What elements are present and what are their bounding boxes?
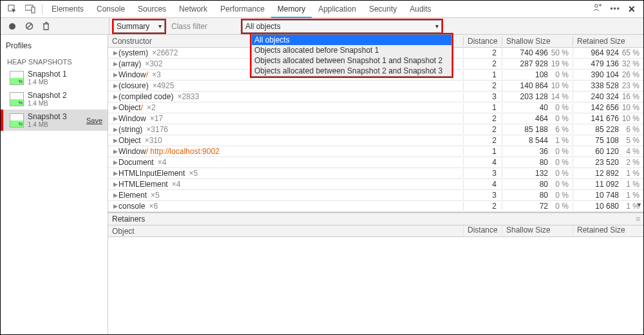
cell-shallow: 8 544: [502, 136, 551, 145]
cell-retained-pct: 32 %: [621, 59, 643, 68]
snapshot-icon: %: [10, 71, 24, 85]
allocation-filter-select[interactable]: All objects: [242, 20, 442, 33]
inspect-icon[interactable]: [6, 3, 19, 15]
table-row[interactable]: ▶(compiled code)×28333203 12814 %240 324…: [108, 91, 643, 102]
cell-retained: 390 104: [573, 70, 621, 79]
constructor-name: Window: [118, 114, 146, 123]
expand-icon[interactable]: ▶: [112, 203, 118, 209]
expand-icon[interactable]: ▶: [112, 50, 118, 56]
expand-icon[interactable]: ▶: [112, 72, 118, 78]
expand-icon[interactable]: ▶: [112, 181, 118, 187]
col-distance[interactable]: Distance: [463, 37, 502, 46]
tab-network[interactable]: Network: [173, 1, 214, 18]
constructor-suffix: / http://localhost:9002: [146, 147, 220, 156]
constructor-count: ×302: [145, 59, 162, 68]
cell-retained: 142 656: [573, 103, 621, 112]
filter-option[interactable]: Objects allocated between Snapshot 1 and…: [252, 55, 451, 66]
cell-distance: 2: [463, 114, 502, 123]
constructor-count: ×2833: [177, 92, 199, 101]
expand-icon[interactable]: ▶: [112, 93, 118, 100]
filter-option[interactable]: Objects allocated between Snapshot 2 and…: [252, 66, 451, 76]
cell-shallow: 108: [502, 70, 551, 79]
cell-retained: 10 748: [573, 191, 621, 200]
retainers-col-retained[interactable]: Retained Size: [573, 225, 643, 236]
col-shallow[interactable]: Shallow Size: [502, 37, 573, 46]
expand-icon[interactable]: ▶: [112, 115, 118, 122]
table-row[interactable]: ▶HTMLElement×44800 %11 0921 %: [108, 179, 643, 190]
cell-distance: 2: [463, 125, 502, 134]
more-icon[interactable]: •••: [610, 5, 620, 14]
save-link[interactable]: Save: [86, 117, 102, 124]
constructor-count: ×310: [145, 136, 162, 145]
tab-elements[interactable]: Elements: [45, 1, 90, 18]
retainers-col-distance[interactable]: Distance: [463, 225, 502, 236]
drag-handle-icon[interactable]: ≡: [636, 215, 639, 224]
retainers-col-object[interactable]: Object: [108, 225, 463, 236]
constructor-count: ×26672: [152, 48, 178, 57]
tab-audits[interactable]: Audits: [403, 1, 437, 18]
cell-distance: 2: [463, 202, 502, 211]
filter-option[interactable]: All objects: [252, 35, 451, 45]
expand-icon[interactable]: ▶: [112, 170, 118, 177]
snapshot-title: Snapshot 3: [28, 112, 67, 121]
expand-icon[interactable]: ▶: [112, 82, 118, 89]
retainers-col-shallow[interactable]: Shallow Size: [502, 225, 573, 236]
constructor-name: (closure): [118, 81, 149, 90]
close-icon[interactable]: ✕: [628, 4, 636, 14]
col-retained[interactable]: Retained Size: [573, 37, 643, 46]
filter-option[interactable]: Objects allocated before Snapshot 1: [252, 45, 451, 55]
tab-sources[interactable]: Sources: [131, 1, 173, 18]
table-row[interactable]: ▶HTMLInputElement×531320 %12 8921 %: [108, 168, 643, 179]
snapshot-item[interactable]: %Snapshot 21.4 MB: [1, 88, 108, 110]
table-row[interactable]: ▶Window / http://localhost:90021360 %60 …: [108, 146, 643, 157]
table-row[interactable]: ▶Element×53800 %10 7481 %: [108, 190, 643, 201]
cell-shallow-pct: 0 %: [551, 70, 573, 79]
expand-icon[interactable]: ▶: [112, 159, 118, 166]
snapshot-item[interactable]: %Snapshot 11.4 MB: [1, 67, 108, 88]
retainers-header[interactable]: Retainers ≡: [108, 213, 643, 225]
cell-retained: 23 520: [573, 158, 621, 167]
cell-retained: 141 676: [573, 114, 621, 123]
table-row[interactable]: ▶(string)×3176285 1886 %85 2286 %: [108, 124, 643, 135]
tab-performance[interactable]: Performance: [214, 1, 271, 18]
scroll-down-icon[interactable]: ▼: [636, 202, 642, 208]
table-row[interactable]: ▶(closure)×49252140 86410 %338 52823 %: [108, 81, 643, 91]
delete-icon[interactable]: [39, 20, 52, 33]
settings-user-icon[interactable]: [592, 3, 602, 15]
constructor-count: ×6: [149, 202, 158, 211]
expand-icon[interactable]: ▶: [112, 148, 118, 155]
view-select[interactable]: Summary: [113, 20, 165, 33]
table-row[interactable]: ▶console×62720 %10 6801 %▼: [108, 201, 643, 212]
snapshot-item[interactable]: %Snapshot 31.4 MBSave: [1, 110, 108, 131]
cell-shallow-pct: 0 %: [551, 147, 573, 156]
tab-security[interactable]: Security: [363, 1, 403, 18]
table-row[interactable]: ▶Object / ×21400 %142 65610 %: [108, 102, 643, 113]
expand-icon[interactable]: ▶: [112, 104, 118, 111]
table-row[interactable]: ▶Document×44800 %23 5202 %: [108, 157, 643, 168]
table-row[interactable]: ▶Object×31028 5441 %75 1085 %: [108, 135, 643, 146]
expand-icon[interactable]: ▶: [112, 61, 118, 67]
cell-shallow: 40: [502, 103, 551, 112]
tab-memory[interactable]: Memory: [271, 1, 312, 18]
table-row[interactable]: ▶Window×1724640 %141 67610 %: [108, 113, 643, 124]
tab-application[interactable]: Application: [312, 1, 363, 18]
expand-icon[interactable]: ▶: [112, 137, 118, 144]
cell-distance: 1: [463, 70, 502, 79]
record-icon[interactable]: [6, 20, 19, 33]
cell-shallow-pct: 0 %: [551, 180, 573, 189]
class-filter-input[interactable]: Class filter: [171, 22, 207, 31]
constructor-count: ×3176: [146, 125, 168, 134]
clear-icon[interactable]: [23, 20, 35, 33]
tab-console[interactable]: Console: [90, 1, 131, 18]
retainers-columns: Object Distance Shallow Size Retained Si…: [108, 225, 643, 237]
expand-icon[interactable]: ▶: [112, 192, 118, 198]
expand-icon[interactable]: ▶: [112, 126, 118, 133]
snapshot-icon: %: [10, 92, 24, 106]
cell-retained: 338 528: [573, 81, 621, 90]
device-toggle-icon[interactable]: [24, 3, 37, 15]
constructor-name: (system): [118, 48, 148, 57]
cell-shallow-pct: 19 %: [551, 59, 573, 68]
cell-distance: 2: [463, 48, 502, 57]
constructor-name: (string): [118, 125, 142, 134]
cell-shallow-pct: 1 %: [551, 136, 573, 145]
